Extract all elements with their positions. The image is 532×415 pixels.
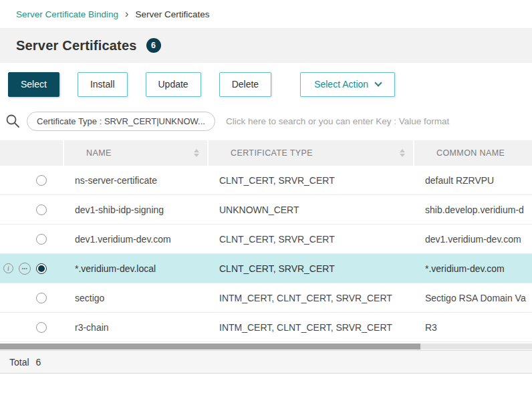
row-actions-ellipsis-icon[interactable] (19, 263, 31, 275)
column-header-common-name[interactable]: COMMON NAME (414, 140, 532, 166)
cell-common-name: *.veridium-dev.com (414, 254, 532, 283)
cell-name: r3-chain (64, 313, 209, 341)
select-action-dropdown[interactable]: Select Action (300, 72, 395, 97)
search-icon (5, 114, 20, 128)
row-radio[interactable] (36, 322, 47, 333)
sort-icon[interactable] (194, 149, 199, 157)
page-title: Server Certificates (16, 38, 137, 53)
cell-name: dev1-shib-idp-signing (64, 195, 209, 224)
column-header-select (0, 140, 64, 166)
cell-certificate-type: UNKNOWN_CERT (209, 195, 414, 224)
table-row[interactable]: ns-server-certificate CLNT_CERT, SRVR_CE… (0, 166, 532, 195)
install-button[interactable]: Install (78, 72, 128, 97)
breadcrumb-parent-link[interactable]: Server Certificate Binding (16, 9, 118, 19)
table-header-row: NAME CERTIFICATE TYPE COMMON NAME (0, 140, 532, 166)
cell-name: ns-server-certificate (64, 166, 209, 194)
table-footer: Total 6 (0, 350, 532, 374)
row-radio[interactable] (36, 175, 47, 186)
sort-icon[interactable] (400, 149, 405, 157)
delete-button[interactable]: Delete (219, 72, 271, 97)
cell-name: *.veridium-dev.local (64, 254, 209, 283)
column-header-name[interactable]: NAME (64, 140, 209, 166)
cell-common-name: shib.develop.veridium-d (414, 195, 532, 224)
toolbar: Select Install Update Delete Select Acti… (0, 63, 532, 106)
row-radio[interactable] (36, 234, 47, 245)
breadcrumb-current: Server Certificates (135, 9, 209, 19)
column-header-common-name-label: COMMON NAME (436, 148, 505, 158)
cell-certificate-type: INTM_CERT, CLNT_CERT, SRVR_CERT (209, 283, 414, 312)
row-radio[interactable] (36, 204, 47, 215)
column-header-certificate-type-label: CERTIFICATE TYPE (231, 148, 313, 158)
cell-common-name: default RZRVPU (414, 166, 532, 194)
cell-name: dev1.veridium-dev.com (64, 225, 209, 253)
breadcrumb: Server Certificate Binding › Server Cert… (0, 0, 532, 28)
cell-certificate-type: INTM_CERT, CLNT_CERT, SRVR_CERT (209, 313, 414, 341)
horizontal-scrollbar-thumb[interactable] (0, 343, 420, 350)
total-label: Total (9, 357, 29, 368)
count-badge: 6 (146, 38, 161, 53)
cell-common-name: Sectigo RSA Domain Va (414, 283, 532, 312)
info-icon[interactable] (3, 263, 13, 273)
row-radio-checked[interactable] (36, 263, 47, 274)
cell-certificate-type: CLNT_CERT, SRVR_CERT (209, 166, 414, 194)
column-header-name-label: NAME (86, 148, 112, 158)
table-row[interactable]: sectigo INTM_CERT, CLNT_CERT, SRVR_CERT … (0, 283, 532, 313)
table-row[interactable]: r3-chain INTM_CERT, CLNT_CERT, SRVR_CERT… (0, 313, 532, 342)
table-row[interactable]: dev1.veridium-dev.com CLNT_CERT, SRVR_CE… (0, 225, 532, 254)
breadcrumb-separator-icon: › (125, 9, 128, 19)
chevron-down-icon (374, 79, 382, 86)
total-value: 6 (36, 357, 41, 368)
cell-certificate-type: CLNT_CERT, SRVR_CERT (209, 225, 414, 253)
cell-common-name: R3 (414, 313, 532, 341)
search-bar: Certificate Type : SRVR_CERT|UNKNOW... (0, 106, 532, 136)
table-row-selected[interactable]: *.veridium-dev.local CLNT_CERT, SRVR_CER… (0, 254, 532, 283)
cell-common-name: dev1.veridium-dev.com (414, 225, 532, 253)
certificates-table: NAME CERTIFICATE TYPE COMMON NAME ns-ser… (0, 140, 532, 342)
row-radio[interactable] (36, 293, 47, 303)
select-button[interactable]: Select (8, 72, 59, 97)
column-header-certificate-type[interactable]: CERTIFICATE TYPE (209, 140, 414, 166)
filter-chip-certificate-type[interactable]: Certificate Type : SRVR_CERT|UNKNOW... (27, 112, 215, 131)
select-action-label: Select Action (314, 79, 368, 90)
page-header: Server Certificates 6 (0, 28, 532, 63)
update-button[interactable]: Update (146, 72, 201, 97)
table-row[interactable]: dev1-shib-idp-signing UNKNOWN_CERT shib.… (0, 195, 532, 225)
cell-certificate-type: CLNT_CERT, SRVR_CERT (209, 254, 414, 283)
horizontal-scrollbar[interactable] (0, 343, 532, 350)
search-input[interactable] (226, 116, 532, 126)
cell-name: sectigo (64, 283, 209, 312)
